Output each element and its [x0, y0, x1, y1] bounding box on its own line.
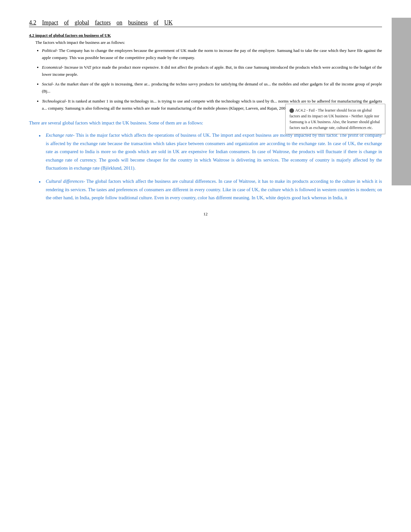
heading-word-6: of — [153, 19, 158, 26]
section-heading: 4.2 Impact of global factors on business… — [29, 19, 382, 27]
heading-number: 4.2 — [29, 19, 36, 26]
global-bullet-cultural: Cultural differences- The global factors… — [39, 177, 382, 202]
bullet-social-text: As the market share of the apple is incr… — [42, 82, 382, 94]
heading-word-4: on — [116, 19, 122, 26]
callout-text: AC4.2 - Fail - The learner should focus … — [289, 108, 380, 130]
bullet-political: Political- The Company has to change the… — [42, 47, 382, 61]
subsection-bullet-list: Political- The Company has to change the… — [42, 47, 382, 112]
heading-word-3: factors — [95, 19, 111, 26]
bullet-political-text: The Company has to change the employees … — [42, 48, 382, 60]
heading-word-5: business — [128, 19, 148, 26]
heading-word-0: Impact — [42, 19, 58, 26]
global-bullet-cultural-label: Cultural differences- — [46, 179, 85, 184]
heading-word-1: of — [64, 19, 69, 26]
subsection-intro: The factors which impact the business ar… — [35, 40, 382, 45]
gray-sidebar — [392, 18, 411, 185]
bullet-social-label: Social- — [42, 82, 54, 86]
heading-word-7: UK — [164, 19, 172, 26]
subsection-title: 4.2 impact of global factors on business… — [29, 33, 382, 38]
global-bullet-exchange: Exchange rate- This is the major factor … — [39, 131, 382, 172]
bullet-economical-text: Increase in VAT price made the product m… — [42, 65, 382, 77]
heading-word-2: global — [74, 19, 89, 26]
bullet-political-label: Political- — [42, 48, 58, 53]
global-bullet-cultural-text: The global factors which affect the busi… — [46, 179, 382, 200]
bullet-social: Social- As the market share of the apple… — [42, 81, 382, 95]
callout-dot-icon — [289, 108, 294, 113]
bullet-technological-label: Technological- — [42, 99, 67, 103]
global-bullet-exchange-label: Exchange rate- — [46, 133, 74, 138]
global-bullet-exchange-text: This is the major factor which affects t… — [46, 133, 382, 171]
bullet-economical-label: Economical- — [42, 65, 63, 70]
page: 4.2 Impact of global factors on business… — [0, 0, 411, 532]
page-number: 12 — [29, 212, 382, 217]
subsection-block: 4.2 impact of global factors on business… — [29, 33, 382, 112]
global-bullet-list: Exchange rate- This is the major factor … — [39, 131, 382, 202]
callout-box: AC4.2 - Fail - The learner should focus … — [285, 104, 385, 134]
bullet-economical: Economical- Increase in VAT price made t… — [42, 64, 382, 78]
